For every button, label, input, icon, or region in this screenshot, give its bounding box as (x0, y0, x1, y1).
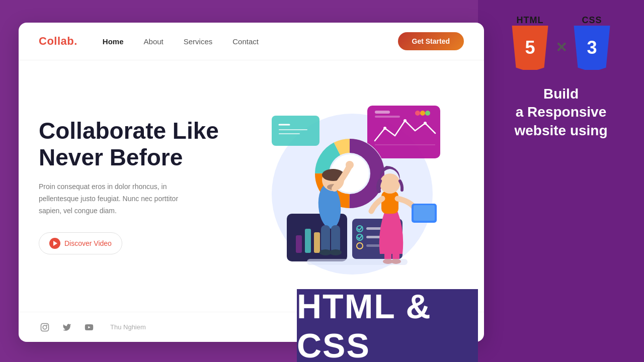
svg-rect-43 (381, 191, 398, 214)
bottom-banner: HTML & CSS (297, 289, 478, 362)
svg-rect-51 (307, 259, 408, 265)
svg-point-5 (383, 127, 386, 130)
svg-point-53 (43, 325, 47, 329)
css-number: 3 (587, 37, 597, 58)
nav-links: Home About Services Contact (103, 37, 398, 46)
svg-point-7 (424, 122, 427, 125)
play-triangle (53, 241, 57, 246)
svg-point-12 (420, 111, 425, 116)
hero-description: Proin consequat eros in dolor rhoncus, i… (39, 181, 200, 217)
svg-rect-46 (414, 205, 435, 221)
hero-section: Collaborate Like Never Before Proin cons… (19, 60, 484, 312)
svg-rect-39 (321, 225, 330, 253)
svg-point-11 (415, 111, 420, 116)
svg-point-54 (46, 324, 47, 325)
nav-services[interactable]: Services (184, 37, 213, 46)
play-icon (49, 238, 60, 249)
twitter-icon[interactable] (61, 321, 73, 333)
svg-point-42 (330, 249, 342, 255)
svg-point-6 (404, 119, 407, 122)
svg-rect-24 (314, 232, 320, 253)
svg-point-38 (346, 161, 354, 169)
html-title: HTML (517, 15, 544, 26)
css-badge: 3 (572, 26, 612, 70)
svg-rect-23 (305, 229, 311, 253)
css-title: CSS (582, 15, 602, 26)
logos-container: HTML 5 ✕ CSS 3 (510, 15, 612, 70)
get-started-button[interactable]: Get Started (398, 32, 464, 50)
svg-rect-9 (375, 111, 390, 114)
bottom-banner-text: HTML & CSS (297, 287, 478, 363)
hero-title: Collaborate Like Never Before (39, 118, 230, 171)
svg-rect-40 (331, 225, 340, 253)
hero-left: Collaborate Like Never Before Proin cons… (39, 118, 240, 254)
instagram-icon[interactable] (39, 321, 51, 333)
discover-video-button[interactable]: Discover Video (39, 232, 122, 254)
css-logo-group: CSS 3 (572, 15, 612, 70)
nav-contact[interactable]: Contact (232, 37, 259, 46)
svg-rect-0 (272, 116, 319, 146)
nav-home[interactable]: Home (103, 37, 124, 46)
svg-point-13 (425, 111, 430, 116)
html-badge: 5 (510, 26, 550, 70)
right-panel-text: Build a Responsive website using (514, 85, 607, 140)
svg-rect-22 (296, 235, 302, 253)
x-divider: ✕ (555, 39, 567, 56)
hero-illustration (257, 101, 448, 272)
svg-rect-10 (375, 116, 400, 118)
nav-about[interactable]: About (144, 37, 164, 46)
youtube-icon[interactable] (83, 321, 95, 333)
right-panel: HTML 5 ✕ CSS 3 Build a Responsive websit… (478, 0, 644, 362)
html-logo-group: HTML 5 (510, 15, 550, 70)
navbar: Collab. Home About Services Contact Get … (19, 23, 484, 60)
html-number: 5 (525, 37, 535, 58)
brand-logo: Collab. (39, 35, 77, 48)
svg-point-44 (380, 173, 400, 194)
svg-rect-52 (41, 323, 49, 331)
footer-author: Thu Nghiem (110, 323, 146, 331)
